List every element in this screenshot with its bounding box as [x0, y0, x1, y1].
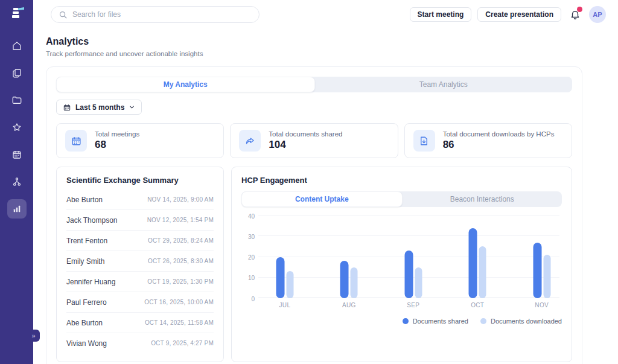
- meeting-date: OCT 14, 2025, 11:58 AM: [145, 319, 214, 326]
- x-axis-tick: SEP: [407, 302, 419, 308]
- date-range-label: Last 5 months: [75, 103, 124, 112]
- bar-group-oct[interactable]: [469, 228, 486, 298]
- engagement-tabs: Content Uptake Beacon Interactions: [241, 191, 562, 207]
- stat-label: Total document downloads by HCPs: [443, 130, 555, 138]
- hcp-name: Vivian Wong: [66, 339, 107, 348]
- sidebar-item-documents[interactable]: [7, 63, 27, 83]
- search-bar[interactable]: [51, 6, 260, 23]
- document-download-icon: [413, 130, 435, 152]
- scientific-exchange-summary-panel: Scientific Exchange Summary Abe BurtonNO…: [56, 167, 224, 362]
- x-axis-tick: OCT: [471, 302, 484, 308]
- tab-beacon-interactions[interactable]: Beacon Interactions: [403, 191, 562, 207]
- sidebar-item-home[interactable]: [7, 36, 27, 56]
- stat-value: 104: [269, 139, 342, 151]
- analytics-card: My Analytics Team Analytics Last 5 month…: [46, 66, 582, 364]
- stat-label: Total documents shared: [269, 130, 342, 138]
- legend-label: Documents shared: [413, 318, 468, 325]
- legend-dot: [480, 318, 486, 324]
- calendar-icon: [65, 130, 87, 152]
- avatar[interactable]: AP: [589, 6, 606, 23]
- hcp-name: Paul Ferrero: [66, 298, 107, 307]
- bar[interactable]: [533, 243, 541, 298]
- engagement-chart: 010203040 JULAUGSEPOCTNOV Documents shar…: [241, 216, 562, 325]
- meeting-date: NOV 14, 2025, 9:00 AM: [147, 196, 214, 203]
- stat-documents-shared: Total documents shared 104: [230, 123, 398, 158]
- sidebar-item-folders[interactable]: [7, 91, 27, 110]
- summary-row[interactable]: Vivian WongOCT 9, 2025, 4:27 PM: [66, 333, 214, 353]
- branch-icon: [11, 176, 22, 187]
- page-title: Analytics: [46, 36, 618, 47]
- hcp-name: Jack Thompson: [66, 216, 118, 225]
- stat-document-downloads: Total document downloads by HCPs 86: [404, 123, 572, 158]
- hcp-name: Trent Fenton: [66, 237, 107, 245]
- create-presentation-button[interactable]: Create presentation: [477, 7, 561, 22]
- bar-group-jul[interactable]: [276, 257, 293, 299]
- y-axis-tick: 20: [241, 254, 255, 261]
- gridline: [258, 215, 559, 216]
- tab-team-analytics[interactable]: Team Analytics: [315, 77, 573, 92]
- tab-content-uptake[interactable]: Content Uptake: [241, 191, 403, 207]
- summary-row[interactable]: Abe BurtonNOV 14, 2025, 9:00 AM: [66, 190, 214, 210]
- chart-legend: Documents sharedDocuments downloaded: [241, 318, 562, 325]
- summary-row[interactable]: Jack ThompsonNOV 12, 2025, 1:54 PM: [66, 210, 214, 231]
- legend-dot: [403, 318, 409, 324]
- panel-title: Scientific Exchange Summary: [66, 176, 214, 185]
- bar[interactable]: [340, 261, 349, 298]
- bar[interactable]: [469, 228, 477, 298]
- legend-item: Documents downloaded: [480, 318, 562, 325]
- sidebar-item-analytics[interactable]: [7, 199, 27, 219]
- chart-x-labels: JULAUGSEPOCTNOV: [258, 298, 559, 309]
- bar-group-aug[interactable]: [340, 261, 358, 298]
- search-icon: [59, 10, 68, 19]
- hcp-name: Emily Smith: [66, 257, 104, 266]
- sidebar: »: [0, 0, 33, 364]
- search-input[interactable]: [72, 10, 252, 19]
- bar[interactable]: [351, 267, 358, 298]
- chart-plot: 010203040: [258, 216, 559, 298]
- calendar-icon: [11, 149, 22, 160]
- stat-label: Total meetings: [95, 130, 139, 138]
- summary-row[interactable]: Trent FentonOCT 29, 2025, 8:24 AM: [66, 231, 214, 251]
- bar[interactable]: [276, 257, 284, 299]
- bar[interactable]: [415, 267, 422, 298]
- sidebar-item-workflows[interactable]: [7, 172, 27, 191]
- bar[interactable]: [404, 251, 413, 298]
- bar[interactable]: [286, 271, 293, 298]
- lighthouse-logo-icon[interactable]: [0, 0, 33, 28]
- bar[interactable]: [543, 255, 550, 298]
- sidebar-expand-button[interactable]: »: [27, 330, 40, 342]
- folder-icon: [11, 95, 22, 106]
- gridline: [258, 235, 559, 236]
- meeting-date: OCT 29, 2025, 8:24 AM: [148, 237, 214, 244]
- page-subtitle: Track performance and uncover actionable…: [46, 50, 618, 57]
- tab-my-analytics[interactable]: My Analytics: [56, 77, 315, 92]
- summary-list: Abe BurtonNOV 14, 2025, 9:00 AM Jack Tho…: [66, 190, 214, 353]
- summary-row[interactable]: Emily SmithOCT 26, 2025, 8:30 AM: [66, 251, 214, 272]
- hcp-name: Jennifer Huang: [66, 278, 115, 286]
- x-axis-tick: JUL: [279, 302, 291, 308]
- date-range-dropdown[interactable]: Last 5 months: [56, 100, 142, 115]
- sidebar-item-favorites[interactable]: [7, 118, 27, 137]
- meeting-date: OCT 26, 2025, 8:30 AM: [148, 258, 214, 264]
- stat-total-meetings: Total meetings 68: [56, 123, 224, 158]
- legend-item: Documents shared: [403, 318, 468, 325]
- summary-row[interactable]: Jennifer HuangOCT 19, 2025, 1:30 PM: [66, 272, 214, 292]
- sidebar-item-calendar[interactable]: [7, 145, 27, 164]
- y-axis-tick: 10: [241, 275, 255, 281]
- notifications-button[interactable]: [567, 7, 583, 22]
- bar-group-nov[interactable]: [533, 243, 550, 298]
- bar-group-sep[interactable]: [404, 251, 422, 298]
- meeting-date: OCT 19, 2025, 1:30 PM: [147, 278, 214, 285]
- bar[interactable]: [479, 246, 486, 298]
- meeting-date: OCT 16, 2025, 10:00 AM: [144, 299, 214, 305]
- summary-row[interactable]: Paul FerreroOCT 16, 2025, 10:00 AM: [66, 292, 214, 313]
- calendar-icon: [63, 103, 71, 112]
- notification-badge: [577, 7, 582, 12]
- summary-row[interactable]: Abe BurtonOCT 14, 2025, 11:58 AM: [66, 313, 214, 333]
- y-axis-tick: 30: [241, 233, 255, 240]
- start-meeting-button[interactable]: Start meeting: [410, 7, 472, 22]
- stat-value: 68: [95, 139, 139, 151]
- y-axis-tick: 40: [241, 212, 255, 219]
- hcp-name: Abe Burton: [66, 319, 103, 327]
- topbar: Start meeting Create presentation AP: [33, 0, 618, 29]
